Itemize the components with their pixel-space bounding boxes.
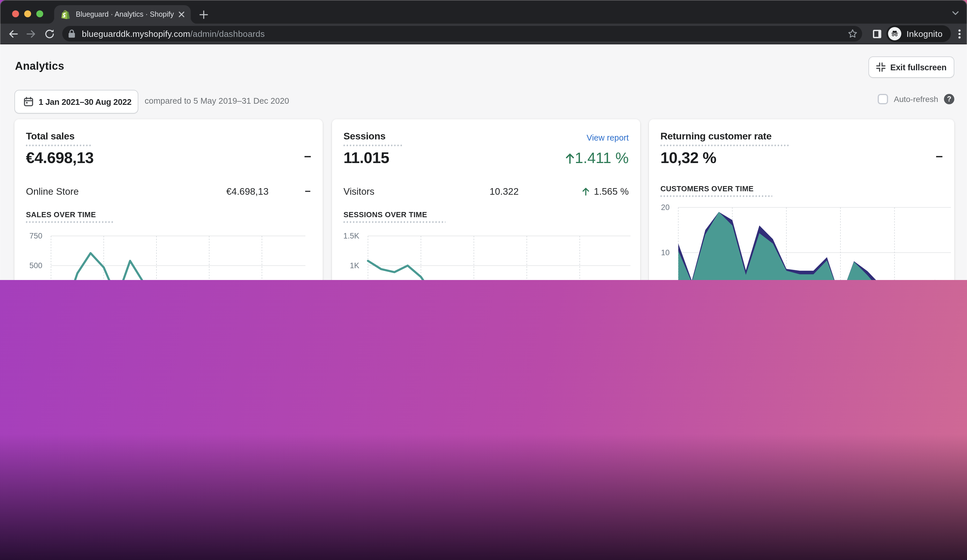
url-bar[interactable]: blueguarddk.myshopify.com/admin/dashboar…: [62, 26, 862, 41]
forward-button[interactable]: [25, 28, 37, 40]
card-total-sales: Total sales €4.698,13 – Online Store €4.…: [15, 119, 323, 280]
url-path: /admin/dashboards: [190, 29, 265, 39]
tab-title: Blueguard · Analytics · Shopify: [76, 10, 177, 18]
sessions-over-time-chart: 1.5K1K5000JanMaySeptJanMay: [332, 119, 640, 280]
browser-tab[interactable]: Blueguard · Analytics · Shopify: [54, 5, 190, 24]
url-domain: blueguarddk.myshopify.com: [82, 29, 190, 39]
new-tab-button[interactable]: [199, 10, 209, 20]
incognito-glyph: [890, 30, 899, 38]
series-line: [368, 261, 619, 280]
y-axis-label: 20: [661, 203, 670, 212]
y-axis-label: 750: [30, 232, 42, 240]
auto-refresh-checkbox[interactable]: [878, 94, 888, 104]
chart-canvas: 1.5K1K5000JanMaySeptJanMay: [332, 119, 640, 280]
help-icon[interactable]: ?: [944, 94, 954, 104]
browser-toolbar: blueguarddk.myshopify.com/admin/dashboar…: [0, 24, 967, 44]
macos-minimize-button[interactable]: [24, 10, 31, 17]
reload-button[interactable]: [44, 28, 55, 40]
chart-canvas: 7505002500JanMaySeptJanMay: [15, 119, 323, 280]
macos-zoom-button[interactable]: [36, 10, 43, 17]
y-axis-label: 1K: [350, 261, 359, 270]
exit-fullscreen-button[interactable]: Exit fullscreen: [868, 56, 954, 78]
customers-over-time-chart: 20100JanMaySeptJanMay: [649, 119, 954, 280]
y-axis-label: 1.5K: [343, 232, 359, 240]
page-title: Analytics: [15, 60, 64, 72]
incognito-label: Inkognito: [906, 29, 942, 39]
shopify-favicon: [61, 10, 70, 19]
exit-fullscreen-icon: [876, 62, 886, 72]
card-returning-rate: Returning customer rate 10,32 % – CUSTOM…: [649, 119, 954, 280]
incognito-badge: Inkognito: [886, 25, 950, 42]
bookmark-star-icon[interactable]: [847, 28, 858, 39]
tab-search-chevron-icon[interactable]: [951, 10, 959, 17]
browser-window: Blueguard · Analytics · Shopify: [0, 0, 967, 280]
analytics-page: Analytics Exit fullscreen 1 Jan 2021–30 …: [0, 44, 967, 280]
area-first-time: [678, 212, 935, 280]
incognito-icon: [888, 27, 901, 40]
url-text: blueguarddk.myshopify.com/admin/dashboar…: [82, 29, 265, 39]
auto-refresh-label: Auto-refresh: [894, 94, 938, 104]
lock-icon[interactable]: [68, 30, 76, 38]
y-axis-label: 10: [661, 248, 670, 257]
back-button[interactable]: [8, 28, 19, 40]
tab-close-icon[interactable]: [177, 10, 186, 19]
date-range-label: 1 Jan 2021–30 Aug 2022: [39, 97, 131, 106]
series-line: [51, 253, 301, 280]
chart-canvas: 20100JanMaySeptJanMay: [649, 119, 954, 280]
card-sessions: Sessions View report 11.015 1.411 % Visi…: [332, 119, 640, 280]
side-panel-icon[interactable]: [873, 29, 882, 38]
exit-fullscreen-label: Exit fullscreen: [890, 63, 947, 72]
auto-refresh-row: Auto-refresh ?: [878, 93, 954, 105]
calendar-icon: [24, 97, 33, 107]
y-axis-label: 500: [30, 261, 42, 270]
tab-strip: Blueguard · Analytics · Shopify: [0, 0, 967, 24]
date-range-button[interactable]: 1 Jan 2021–30 Aug 2022: [15, 90, 138, 114]
compared-to-text: compared to 5 May 2019–31 Dec 2020: [145, 96, 289, 105]
macos-close-button[interactable]: [12, 10, 19, 17]
browser-menu-icon[interactable]: [954, 28, 965, 40]
viewport: Blueguard · Analytics · Shopify: [0, 0, 967, 280]
sales-over-time-chart: 7505002500JanMaySeptJanMay: [15, 119, 323, 280]
